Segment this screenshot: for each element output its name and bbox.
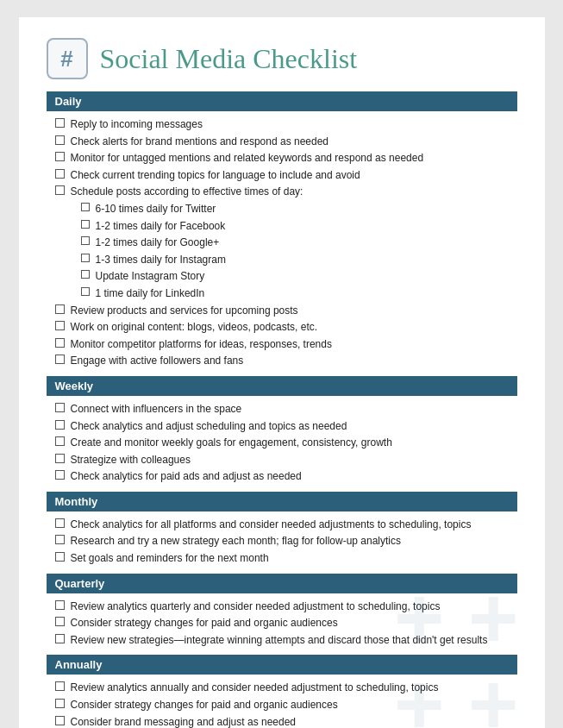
checkbox-icon[interactable] (55, 135, 65, 145)
checkbox-icon[interactable] (55, 420, 65, 430)
list-item: Review products and services for upcomin… (55, 303, 517, 319)
checkbox-icon[interactable] (55, 716, 65, 725)
checklist-annually: Review analytics annually and consider n… (47, 680, 517, 728)
item-text: 1-2 times daily for Google+ (96, 235, 220, 251)
section-weekly: WeeklyConnect with influencers in the sp… (47, 376, 517, 485)
checkbox-icon[interactable] (55, 436, 65, 446)
list-item: 1 time daily for LinkedIn (81, 286, 517, 302)
item-text: 1-3 times daily for Instagram (96, 252, 226, 268)
item-text: Check analytics and adjust scheduling an… (71, 418, 347, 435)
checklist-weekly: Connect with influencers in the spaceChe… (47, 401, 517, 485)
checkbox-icon[interactable] (81, 236, 90, 245)
item-text: Check analytics for all platforms and co… (71, 517, 472, 533)
sub-checklist: 6-10 times daily for Twitter1-2 times da… (55, 201, 517, 302)
checkbox-icon[interactable] (81, 203, 90, 211)
item-text: Check alerts for brand mentions and resp… (71, 134, 329, 150)
checkbox-icon[interactable] (81, 254, 90, 262)
item-text: 1 time daily for LinkedIn (96, 286, 205, 302)
hash-icon: # (47, 38, 88, 79)
item-text: 1-2 times daily for Facebook (96, 218, 226, 235)
checkbox-icon[interactable] (55, 681, 65, 691)
page-header: # Social Media Checklist (47, 38, 517, 79)
list-item: Review analytics quarterly and consider … (55, 599, 517, 615)
checkbox-icon[interactable] (55, 600, 65, 610)
checklist-quarterly: Review analytics quarterly and consider … (47, 599, 517, 649)
hash-symbol: # (60, 47, 72, 70)
checkbox-icon[interactable] (55, 518, 65, 528)
checkbox-icon[interactable] (55, 454, 65, 463)
checkbox-icon[interactable] (55, 304, 65, 314)
list-item: Check current trending topics for langua… (55, 167, 517, 184)
page-title: Social Media Checklist (100, 43, 358, 75)
list-item: Review analytics annually and consider n… (55, 680, 517, 696)
checkbox-icon[interactable] (81, 270, 90, 279)
list-item: Monitor competitor platforms for ideas, … (55, 336, 517, 353)
list-item: Schedule posts according to effective ti… (55, 184, 517, 200)
list-item: Set goals and reminders for the next mon… (55, 550, 517, 567)
checkbox-icon[interactable] (55, 699, 65, 708)
item-text: Check current trending topics for langua… (71, 167, 360, 184)
list-item: Monitor for untagged mentions and relate… (55, 150, 517, 166)
item-text: Consider brand messaging and adjust as n… (71, 714, 297, 728)
list-item: Check analytics and adjust scheduling an… (55, 418, 517, 435)
item-text: Review products and services for upcomin… (71, 303, 298, 319)
list-item: Consider brand messaging and adjust as n… (55, 714, 517, 728)
checkbox-icon[interactable] (55, 118, 65, 128)
checkbox-icon[interactable] (81, 220, 90, 229)
section-header-monthly: Monthly (47, 492, 517, 511)
list-item: Check alerts for brand mentions and resp… (55, 134, 517, 150)
list-item: Consider strategy changes for paid and o… (55, 697, 517, 713)
section-quarterly: QuarterlyReview analytics quarterly and … (47, 574, 517, 649)
item-text: Engage with active followers and fans (71, 353, 244, 369)
item-text: Review analytics quarterly and consider … (71, 599, 441, 615)
checkbox-icon[interactable] (55, 403, 65, 412)
checkbox-icon[interactable] (55, 355, 65, 364)
item-text: Consider strategy changes for paid and o… (71, 697, 338, 713)
list-item: Review new strategies—integrate winning … (55, 632, 517, 649)
item-text: Schedule posts according to effective ti… (71, 184, 303, 200)
list-item: 1-2 times daily for Google+ (81, 235, 517, 251)
list-item: Research and try a new strategy each mon… (55, 533, 517, 549)
item-text: Connect with influencers in the space (71, 401, 242, 417)
section-header-quarterly: Quarterly (47, 574, 517, 593)
checklist-monthly: Check analytics for all platforms and co… (47, 517, 517, 567)
checkbox-icon[interactable] (55, 535, 65, 544)
section-monthly: MonthlyCheck analytics for all platforms… (47, 492, 517, 567)
list-item: Consider strategy changes for paid and o… (55, 615, 517, 631)
list-item: Engage with active followers and fans (55, 353, 517, 369)
section-header-annually: Annually (47, 655, 517, 675)
checkbox-icon[interactable] (55, 617, 65, 626)
checkbox-icon[interactable] (55, 321, 65, 330)
checkbox-icon[interactable] (81, 287, 90, 296)
checkbox-icon[interactable] (55, 169, 65, 179)
list-item: Check analytics for all platforms and co… (55, 517, 517, 533)
checkbox-icon[interactable] (55, 185, 65, 195)
list-item: Reply to incoming messages (55, 116, 517, 133)
item-text: Research and try a new strategy each mon… (71, 533, 402, 549)
sections-container: DailyReply to incoming messagesCheck ale… (47, 91, 517, 728)
list-item: Check analytics for paid ads and adjust … (55, 468, 517, 485)
checkbox-icon[interactable] (55, 470, 65, 480)
checklist-daily: Reply to incoming messagesCheck alerts f… (47, 116, 517, 369)
list-item: Work on original content: blogs, videos,… (55, 319, 517, 336)
list-item: Update Instagram Story (81, 268, 517, 285)
checklist-page: # Social Media Checklist DailyReply to i… (19, 17, 545, 728)
checkbox-icon[interactable] (55, 634, 65, 643)
item-text: Update Instagram Story (96, 268, 205, 285)
checkbox-icon[interactable] (55, 552, 65, 562)
list-item: Connect with influencers in the space (55, 401, 517, 417)
item-text: Review analytics annually and consider n… (71, 680, 439, 696)
section-header-weekly: Weekly (47, 376, 517, 396)
item-text: Monitor for untagged mentions and relate… (71, 150, 424, 166)
section-daily: DailyReply to incoming messagesCheck ale… (47, 91, 517, 369)
section-annually: AnnuallyReview analytics annually and co… (47, 655, 517, 728)
checkbox-icon[interactable] (55, 152, 65, 161)
list-item: 6-10 times daily for Twitter (81, 201, 517, 217)
checkbox-icon[interactable] (55, 338, 65, 348)
list-item: 1-3 times daily for Instagram (81, 252, 517, 268)
section-header-daily: Daily (47, 91, 517, 111)
item-text: Reply to incoming messages (71, 116, 203, 133)
item-text: Strategize with colleagues (71, 452, 191, 468)
item-text: Create and monitor weekly goals for enga… (71, 435, 392, 451)
list-item: 1-2 times daily for Facebook (81, 218, 517, 235)
